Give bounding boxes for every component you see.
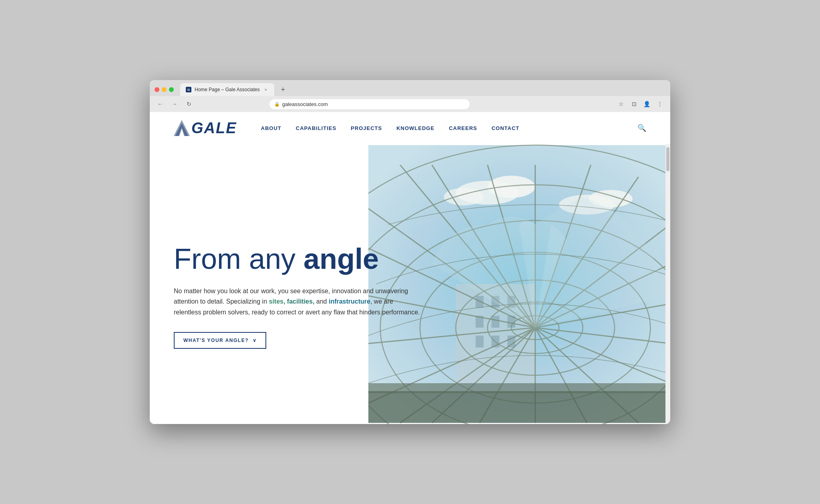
nav-capabilities[interactable]: CAPABILITIES [296,125,336,131]
website-content: GALE ABOUT CAPABILITIES PROJECTS KNOWLED… [150,112,670,424]
tab-title: Home Page – Gale Associates [195,87,260,92]
logo-text: GALE [191,120,237,137]
nav-careers[interactable]: CAREERS [449,125,477,131]
minimize-button[interactable] [162,87,167,92]
traffic-lights [155,87,174,92]
hero-title-bold: angle [303,243,379,275]
hero-title-light: From any [174,243,303,275]
search-icon[interactable]: 🔍 [637,124,646,132]
hero-highlight-sites: sites, [269,298,285,305]
scrollbar-thumb[interactable] [666,147,669,171]
forward-button[interactable]: → [169,98,180,110]
scrollbar[interactable] [665,144,670,424]
active-tab[interactable]: G Home Page – Gale Associates × [180,83,274,96]
address-bar: ← → ↻ 🔒 galeassociates.com ☆ ⊡ 👤 ⋮ [150,96,670,112]
tab-close-button[interactable]: × [263,87,269,92]
back-button[interactable]: ← [155,98,166,110]
logo-area[interactable]: GALE [174,120,237,137]
nav-projects[interactable]: PROJECTS [351,125,382,131]
cta-chevron-icon: ∨ [253,338,257,343]
hero-title: From any angle [174,243,422,275]
logo-chevron-icon [174,120,190,136]
site-header: GALE ABOUT CAPABILITIES PROJECTS KNOWLED… [150,112,670,144]
reload-button[interactable]: ↻ [183,98,195,110]
url-text: galeassociates.com [282,101,328,107]
url-bar[interactable]: 🔒 galeassociates.com [269,99,470,109]
site-nav: ABOUT CAPABILITIES PROJECTS KNOWLEDGE CA… [261,124,646,132]
nav-about[interactable]: ABOUT [261,125,281,131]
nav-contact[interactable]: CONTACT [492,125,520,131]
cta-button[interactable]: WHAT'S YOUR ANGLE? ∨ [174,332,266,349]
cta-label: WHAT'S YOUR ANGLE? [183,338,249,343]
hero-content: From any angle No matter how you look at… [150,219,446,349]
split-view-button[interactable]: ⊡ [629,98,640,110]
close-button[interactable] [155,87,159,92]
browser-window: G Home Page – Gale Associates × + ← → ↻ … [150,80,670,424]
hero-highlight-infrastructure: infrastructure [329,298,370,305]
nav-knowledge[interactable]: KNOWLEDGE [396,125,434,131]
security-icon: 🔒 [274,102,280,107]
toolbar-right: ☆ ⊡ 👤 ⋮ [616,98,665,110]
title-bar: G Home Page – Gale Associates × + ← → ↻ … [150,80,670,112]
hero-desc-mid: and [314,298,329,305]
profile-button[interactable]: 👤 [641,98,653,110]
maximize-button[interactable] [169,87,174,92]
tab-favicon: G [186,87,191,92]
hero-description: No matter how you look at our work, you … [174,286,422,318]
bookmark-button[interactable]: ☆ [616,98,627,110]
hero-section: From any angle No matter how you look at… [150,144,670,424]
hero-highlight-facilities: facilities, [287,298,314,305]
new-tab-button[interactable]: + [277,84,289,95]
menu-button[interactable]: ⋮ [654,98,665,110]
tab-bar: G Home Page – Gale Associates × + [150,80,670,96]
